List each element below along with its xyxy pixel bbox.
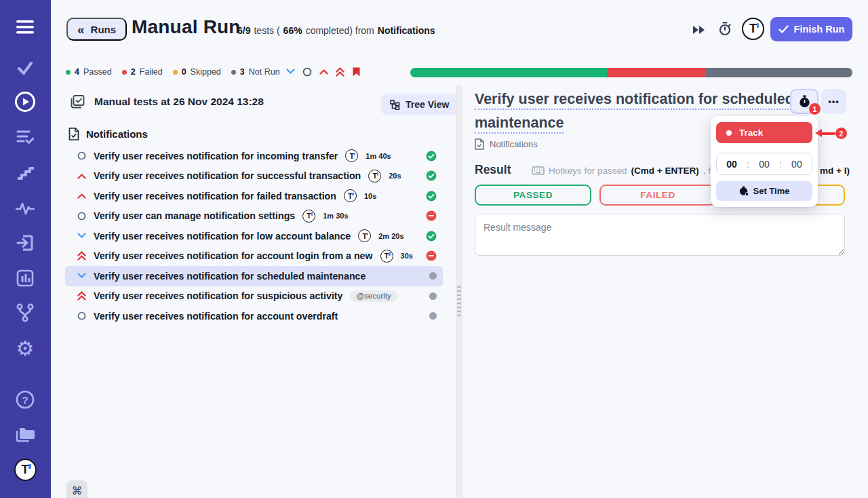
testomat-runner-icon: T bbox=[302, 210, 315, 223]
testomat-runner-icon: T bbox=[380, 250, 393, 263]
hours-value[interactable]: 00 bbox=[726, 159, 737, 170]
splitter-grip[interactable] bbox=[457, 285, 461, 316]
annotation-arrow-line bbox=[821, 132, 835, 135]
filter-priority-high-icon[interactable] bbox=[319, 69, 328, 75]
stopwatch-icon bbox=[799, 95, 810, 108]
test-title[interactable]: Verify user can manage notification sett… bbox=[94, 210, 295, 221]
test-duration: 10s bbox=[364, 192, 376, 200]
test-row[interactable]: Verify user receives notification for su… bbox=[65, 166, 443, 187]
pulse-icon[interactable] bbox=[12, 195, 39, 222]
import-icon[interactable] bbox=[12, 229, 39, 256]
test-row[interactable]: Verify user can manage notification sett… bbox=[65, 206, 443, 227]
progress-failed-segment bbox=[607, 68, 705, 77]
test-row[interactable]: Verify user receives notification for ac… bbox=[65, 246, 443, 267]
filter-priority-low-icon[interactable] bbox=[286, 69, 295, 75]
projects-icon[interactable] bbox=[12, 421, 39, 448]
run-checklist-icon bbox=[71, 95, 85, 109]
timer-history-icon[interactable] bbox=[715, 18, 735, 39]
priority-normal-icon bbox=[77, 212, 86, 221]
testomat-runner-icon: T bbox=[368, 170, 381, 183]
priority-critical-icon bbox=[77, 291, 86, 301]
menu-icon[interactable] bbox=[12, 14, 39, 41]
filter-bookmark-icon[interactable] bbox=[352, 66, 361, 77]
test-title[interactable]: Verify user receives notification for fa… bbox=[94, 191, 336, 202]
hotkeys-hint: Hotkeys for passed (Cmd + ENTER) , faile… bbox=[532, 166, 730, 176]
status-notrun-icon bbox=[429, 312, 437, 320]
status-passed-icon bbox=[426, 151, 437, 161]
test-title[interactable]: Verify user receives notification for sc… bbox=[94, 271, 366, 282]
test-title[interactable]: Verify user receives notification for su… bbox=[94, 170, 361, 181]
runs-icon[interactable] bbox=[12, 88, 39, 115]
legend-failed: 2Failed bbox=[122, 67, 163, 77]
tree-view-button[interactable]: Tree View bbox=[381, 94, 458, 115]
test-title[interactable]: Verify user receives notification for su… bbox=[94, 290, 342, 301]
test-title[interactable]: Verify user receives notification for in… bbox=[94, 151, 338, 161]
run-progress-subtitle: 6/9 tests ( 66% completed) from Notifica… bbox=[237, 25, 435, 36]
priority-low-icon bbox=[77, 233, 86, 239]
testomat-runner-icon: T bbox=[345, 149, 358, 162]
status-legend: 4Passed 2Failed 0Skipped 3Not Run bbox=[66, 67, 280, 77]
back-label: Runs bbox=[91, 24, 117, 35]
fast-forward-icon[interactable] bbox=[689, 20, 709, 40]
status-notrun-icon bbox=[429, 292, 437, 300]
priority-high-icon bbox=[77, 173, 86, 179]
priority-filters bbox=[286, 66, 361, 77]
testomat-runner-icon: T bbox=[358, 229, 371, 242]
test-row[interactable]: Verify user receives notification for in… bbox=[65, 146, 443, 166]
notrun-dot bbox=[231, 70, 236, 75]
test-title[interactable]: Verify user receives notification for ac… bbox=[94, 311, 338, 322]
testomat-avatar[interactable]: T bbox=[742, 18, 764, 40]
testomat-logo[interactable]: T bbox=[12, 456, 39, 483]
skipped-dot bbox=[173, 70, 178, 75]
set-time-button[interactable]: Set Time bbox=[716, 181, 812, 201]
failed-button[interactable]: FAILED bbox=[599, 185, 716, 206]
test-row[interactable]: Verify user receives notification for sc… bbox=[65, 266, 443, 286]
run-progress-bar bbox=[410, 68, 852, 77]
tests-icon[interactable] bbox=[12, 54, 39, 81]
priority-normal-icon bbox=[77, 151, 86, 160]
passed-button[interactable]: PASSED bbox=[475, 185, 591, 206]
steps-icon[interactable] bbox=[12, 159, 39, 186]
analytics-icon[interactable] bbox=[12, 265, 39, 292]
minutes-value[interactable]: 00 bbox=[759, 159, 770, 170]
tests-fraction: 6/9 bbox=[237, 25, 250, 36]
finish-run-button[interactable]: Finish Run bbox=[770, 17, 852, 41]
time-input[interactable]: 00 : 00 : 00 bbox=[716, 153, 812, 175]
help-icon[interactable]: ? bbox=[12, 386, 39, 413]
filter-priority-normal-icon[interactable] bbox=[302, 67, 312, 77]
detail-breadcrumb[interactable]: Notifications bbox=[475, 138, 538, 150]
test-row[interactable]: Verify user receives notification for su… bbox=[65, 286, 443, 307]
legend-notrun: 3Not Run bbox=[231, 67, 280, 77]
status-passed-icon bbox=[426, 170, 437, 181]
seconds-value[interactable]: 00 bbox=[791, 159, 802, 170]
branches-icon[interactable] bbox=[12, 299, 39, 326]
filter-priority-critical-icon[interactable] bbox=[336, 67, 344, 77]
breadcrumb-file-icon bbox=[475, 138, 484, 150]
test-duration: 2m 20s bbox=[378, 232, 403, 240]
priority-critical-icon bbox=[77, 251, 86, 261]
settings-icon[interactable]: ⚙ bbox=[12, 334, 39, 362]
percent-completed: 66% bbox=[283, 25, 302, 36]
result-message-input[interactable] bbox=[475, 214, 845, 256]
failed-dot bbox=[122, 70, 127, 75]
test-title[interactable]: Verify user receives notification for ac… bbox=[94, 250, 373, 261]
status-passed-icon bbox=[426, 191, 437, 202]
test-title[interactable]: Verify user receives notification for lo… bbox=[94, 231, 351, 242]
back-icon: « bbox=[77, 23, 85, 36]
command-shortcut-button[interactable]: ⌘ bbox=[66, 480, 87, 498]
passed-dot bbox=[66, 70, 71, 75]
priority-low-icon bbox=[77, 273, 86, 279]
test-tag[interactable]: @security bbox=[350, 290, 397, 302]
more-actions-button[interactable]: ••• bbox=[821, 89, 846, 114]
test-row[interactable]: Verify user receives notification for lo… bbox=[65, 226, 443, 246]
suite-name: Notifications bbox=[378, 25, 435, 36]
track-button[interactable]: Track bbox=[716, 122, 812, 143]
run-header: Manual tests at 26 Nov 2024 13:28 bbox=[71, 95, 264, 109]
test-row[interactable]: Verify user receives notification for ac… bbox=[65, 306, 443, 326]
back-to-runs-button[interactable]: « Runs bbox=[66, 18, 127, 41]
testomat-runner-icon: T bbox=[344, 189, 357, 202]
suite-header[interactable]: Notifications bbox=[68, 128, 148, 140]
progress-passed-segment bbox=[410, 68, 607, 77]
test-row[interactable]: Verify user receives notification for fa… bbox=[65, 186, 443, 206]
test-plans-icon[interactable] bbox=[12, 123, 39, 151]
